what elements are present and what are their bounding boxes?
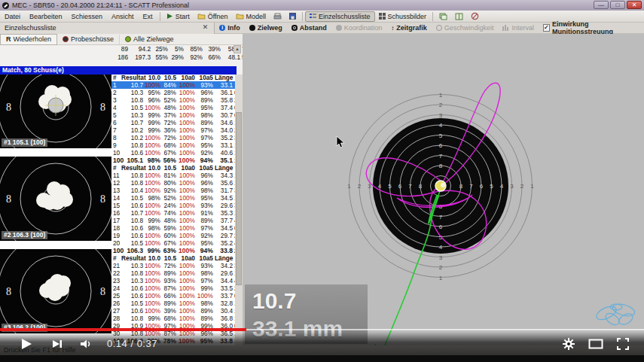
table-row[interactable]: 1410.598%52%100%95%34.51.1 xyxy=(111,194,235,202)
maximize-button[interactable]: □ xyxy=(610,1,625,9)
einwirkung-checkbox[interactable]: ✓ Einwirkung Munitionsstreuung xyxy=(539,20,644,35)
table-row[interactable]: 2210.8100%89%100%98%29.61.0 xyxy=(111,269,235,277)
table-row[interactable]: 2410.6100%87%100%99%33.52.1 xyxy=(111,284,235,292)
ring-number: 7 xyxy=(408,183,412,190)
menu-item-datei[interactable]: Datei xyxy=(0,13,25,20)
window-tile-icon xyxy=(455,13,463,20)
menu-item-ansicht[interactable]: Ansicht xyxy=(107,13,139,20)
table-row[interactable]: 510.399%37%100%98%30.70.9 xyxy=(111,111,235,119)
close-button[interactable]: ✕ xyxy=(627,1,642,9)
video-controls: 0:14 / 0:37 xyxy=(0,332,644,355)
table-row[interactable]: 410.5100%48%100%95%37.40.2 xyxy=(111,104,235,111)
table-row[interactable]: 2310.3100%93%100%97%34.44.4 xyxy=(111,277,235,284)
tab-probeschuesse[interactable]: Probeschüsse xyxy=(57,35,120,44)
table-row[interactable]: 810.2100%72%100%97%35.23.7 xyxy=(111,134,235,141)
table-row[interactable]: 610.799%72%100%89%34.61.8 xyxy=(111,119,235,126)
progress-played xyxy=(0,328,246,331)
interval-button[interactable]: Interval xyxy=(498,24,539,32)
scrollbar-thumb[interactable] xyxy=(236,112,242,285)
trace-icon xyxy=(249,25,255,31)
window-tile-button[interactable] xyxy=(451,11,467,22)
list-grid-icon xyxy=(310,13,316,20)
ring-number: 7 xyxy=(439,153,443,160)
shot-images-button[interactable]: Schussbilder xyxy=(375,11,431,22)
table-header-row: #Resultat10.010.510a010a5Länge xyxy=(111,255,235,262)
table-row[interactable]: 210.395%28%100%96%36.10.7 xyxy=(111,89,235,96)
table-row[interactable]: 2110.3100%72%100%93%34.23.2 xyxy=(111,262,235,269)
interval-icon xyxy=(502,25,509,31)
next-button[interactable] xyxy=(51,339,63,349)
table-row[interactable]: 110.7100%84%100%93%33.11.4 xyxy=(111,81,235,89)
play-button[interactable] xyxy=(20,337,33,351)
table-row[interactable]: 2010.5100%67%100%95%35.24.7 xyxy=(111,239,235,247)
repeat-icon: R xyxy=(6,35,11,43)
tab-wiederholen[interactable]: R Wiederholen xyxy=(0,34,57,45)
table-row[interactable]: 910.8100%68%100%95%33.11.7 xyxy=(111,141,235,149)
ring-number: 2 xyxy=(520,183,524,190)
koordination-button[interactable]: Koordination xyxy=(331,24,387,32)
time-graph-icon: ↕ xyxy=(391,25,394,32)
tab-alle-zielwege[interactable]: Alle Zielwege xyxy=(120,35,179,44)
stop-button[interactable] xyxy=(467,11,483,22)
table-row[interactable]: 310.896%52%100%89%35.82.8 xyxy=(111,96,235,104)
table-row[interactable]: 1910.6100%60%100%92%29.72.2 xyxy=(111,232,235,239)
table-row[interactable]: 1310.4100%92%100%98%31.73.6 xyxy=(111,187,235,194)
table-row[interactable]: 2510.6100%66%100%100%33.70.8 xyxy=(111,292,235,300)
info-button[interactable]: i Info xyxy=(215,24,245,32)
summary-stats: 8994.225%5%85%39%58.57.9186197.355%29%92… xyxy=(111,45,237,62)
fullscreen-button[interactable] xyxy=(617,338,629,350)
abstand-button[interactable]: Abstand xyxy=(287,24,331,32)
ring-number: 8 xyxy=(419,183,423,190)
ring-number: 7 xyxy=(439,214,443,221)
geschwindigkeit-button[interactable]: Geschwindigkeit xyxy=(432,24,499,32)
table-row[interactable]: 1110.8100%81%100%96%34.31.7 xyxy=(111,172,235,179)
toolbar-separator xyxy=(302,12,303,21)
single-shot-list-button[interactable]: Einzelschussliste xyxy=(305,11,375,22)
panel-caption-label: Einzelschussliste xyxy=(5,24,56,32)
zielweg-button[interactable]: Zielweg xyxy=(245,24,287,32)
panel-close-icon[interactable]: ✕ xyxy=(203,23,209,31)
minimize-button[interactable]: — xyxy=(594,1,609,9)
video-progress-bar[interactable] xyxy=(0,328,644,331)
menu-item-schiessen[interactable]: Schiessen xyxy=(67,13,108,20)
table-row[interactable]: 710.299%36%100%97%34.02.0 xyxy=(111,126,235,134)
ring-number: 4 xyxy=(439,122,443,129)
table-scrollbar[interactable] xyxy=(235,75,243,354)
info-icon: i xyxy=(219,25,225,31)
ring-number: 3 xyxy=(439,112,443,119)
table-row[interactable]: 2810.899%68%100%89%36.81.5 xyxy=(111,315,235,322)
table-row[interactable]: 2710.6100%39%100%89%30.41.4 xyxy=(111,307,235,315)
ring-number: 1 xyxy=(439,92,443,99)
menu-item-ext[interactable]: Ext xyxy=(139,13,157,20)
app-icon xyxy=(2,2,9,9)
table-row[interactable]: 1210.8100%80%100%96%35.61.9 xyxy=(111,179,235,187)
target-thumbnail[interactable]: 88#3 106.2 (100) xyxy=(0,249,111,333)
print-button[interactable] xyxy=(270,11,285,22)
table-row[interactable]: 2610.5100%89%100%98%32.81.2 xyxy=(111,300,235,307)
settings-button[interactable] xyxy=(563,338,575,350)
target-thumbnail[interactable]: 88#2 106.3 (100) xyxy=(0,157,111,241)
zeitgrafik-button[interactable]: ↕ Zeitgrafik xyxy=(386,24,432,32)
save-button[interactable] xyxy=(285,11,300,22)
volume-button[interactable] xyxy=(80,339,93,349)
menu-item-bearbeiten[interactable]: Bearbeiten xyxy=(25,13,67,20)
window-cascade-button[interactable] xyxy=(435,11,451,22)
ring-number: 5 xyxy=(490,183,493,190)
table-row[interactable]: 1510.6100%24%100%93%29.63.7 xyxy=(111,202,235,209)
floppy-icon xyxy=(289,13,296,20)
ring-number: 4 xyxy=(378,183,382,190)
table-row[interactable]: 1610.7100%74%100%91%35.31.8 xyxy=(111,209,235,217)
start-button[interactable]: Start xyxy=(163,11,194,22)
speed-icon xyxy=(436,25,442,31)
open-button[interactable]: Öffnen xyxy=(194,11,232,22)
theater-mode-button[interactable] xyxy=(588,339,603,349)
table-row[interactable]: 1010.6100%67%100%92%40.61.5 xyxy=(111,149,235,157)
summary-scroll-button[interactable]: ▲ xyxy=(233,45,241,53)
ring-number: 6 xyxy=(480,183,484,190)
ring-number: 6 xyxy=(439,142,443,149)
thumb-ring-number: 8 xyxy=(6,193,11,205)
table-row[interactable]: 1810.698%59%100%97%34.50.6 xyxy=(111,224,235,232)
table-row[interactable]: 1710.899%48%100%89%37.74.4 xyxy=(111,217,235,224)
target-thumbnail[interactable]: 88#1 105.1 (100) xyxy=(0,75,111,148)
model-button[interactable]: Modell xyxy=(232,11,270,22)
